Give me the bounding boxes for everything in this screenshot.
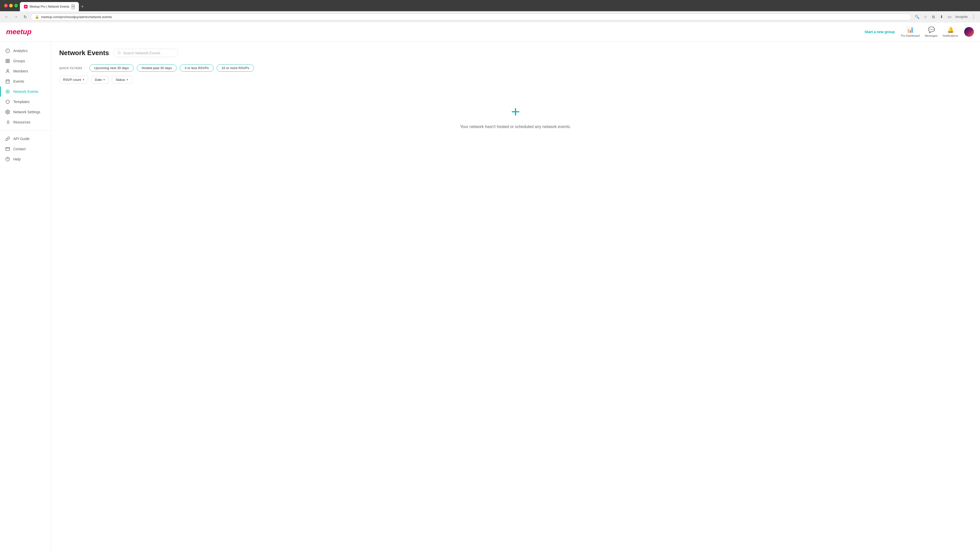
browser-tab[interactable]: M Meetup Pro | Network Events × bbox=[20, 2, 79, 11]
help-icon bbox=[5, 157, 10, 162]
sidebar-item-events[interactable]: Events bbox=[0, 76, 51, 86]
contact-icon bbox=[5, 146, 10, 151]
window-close-button[interactable] bbox=[4, 4, 8, 7]
analytics-icon bbox=[5, 48, 10, 53]
status-arrow: ▾ bbox=[127, 78, 128, 81]
download-button[interactable]: ⬇ bbox=[938, 13, 945, 21]
filter-chip-upcoming[interactable]: Upcoming next 30 days bbox=[89, 64, 134, 72]
svg-point-14 bbox=[6, 100, 10, 103]
header-nav: 📊 Pro Dashboard 💬 Messages 🔔 Notificatio… bbox=[901, 27, 958, 37]
events-icon bbox=[5, 79, 10, 84]
address-bar[interactable]: 🔒 meetup.com/pro/moodjoy/admin/network-e… bbox=[30, 14, 912, 21]
notifications-nav[interactable]: 🔔 Notifications bbox=[943, 27, 958, 37]
filters-section: QUICK FILTERS Upcoming next 30 days Host… bbox=[59, 64, 972, 84]
svg-rect-5 bbox=[6, 62, 7, 63]
rsvp-count-label: RSVP count bbox=[63, 78, 81, 82]
app-header: meetup Start a new group 📊 Pro Dashboard… bbox=[0, 22, 980, 41]
sidebar-item-analytics[interactable]: Analytics bbox=[0, 46, 51, 56]
search-box[interactable] bbox=[113, 49, 178, 57]
meetup-logo[interactable]: meetup bbox=[6, 28, 32, 36]
svg-point-15 bbox=[7, 111, 8, 113]
back-button[interactable]: ← bbox=[3, 13, 10, 21]
browser-toolbar: ← → ↻ 🔒 meetup.com/pro/moodjoy/admin/net… bbox=[0, 11, 980, 22]
sidebar-item-resources[interactable]: Resources bbox=[0, 117, 51, 127]
forward-button[interactable]: → bbox=[12, 13, 19, 21]
status-label: Status bbox=[116, 78, 125, 82]
quick-filters-row: QUICK FILTERS Upcoming next 30 days Host… bbox=[59, 64, 972, 72]
dropdown-filters: RSVP count ▾ Date ▾ Status ▾ bbox=[59, 76, 972, 84]
window-maximize-button[interactable] bbox=[14, 4, 18, 7]
sidebar-label-help: Help bbox=[13, 157, 21, 161]
svg-rect-8 bbox=[6, 80, 10, 83]
sidebar-label-members: Members bbox=[13, 69, 28, 73]
reload-button[interactable]: ↻ bbox=[21, 13, 29, 21]
pro-dashboard-icon: 📊 bbox=[907, 27, 914, 33]
svg-line-27 bbox=[120, 53, 121, 54]
svg-rect-4 bbox=[8, 59, 10, 60]
messages-label: Messages bbox=[925, 34, 938, 37]
empty-state: + Your network hasn't hosted or schedule… bbox=[59, 89, 972, 144]
tab-close-button[interactable]: × bbox=[72, 4, 75, 9]
svg-rect-3 bbox=[6, 59, 7, 60]
members-icon bbox=[5, 68, 10, 74]
sidebar-label-templates: Templates bbox=[13, 100, 30, 104]
date-label: Date bbox=[95, 78, 102, 82]
tab-title: Meetup Pro | Network Events bbox=[30, 5, 69, 8]
sidebar-item-contact[interactable]: Contact bbox=[0, 144, 51, 154]
add-event-icon[interactable]: + bbox=[511, 104, 520, 119]
sidebar-label-analytics: Analytics bbox=[13, 49, 27, 53]
messages-nav[interactable]: 💬 Messages bbox=[925, 27, 938, 37]
sidebar-label-contact: Contact bbox=[13, 147, 25, 151]
svg-point-7 bbox=[7, 69, 8, 71]
filter-chip-three-or-less[interactable]: 3 or less RSVPs bbox=[180, 64, 213, 72]
svg-rect-6 bbox=[8, 62, 10, 63]
sidebar-label-network-events: Network Events bbox=[13, 89, 38, 94]
browser-search-button[interactable]: 🔍 bbox=[913, 13, 921, 21]
templates-icon bbox=[5, 99, 10, 104]
date-arrow: ▾ bbox=[103, 78, 105, 81]
sidebar-label-groups: Groups bbox=[13, 59, 25, 63]
sidebar-item-groups[interactable]: Groups bbox=[0, 56, 51, 66]
sidebar-item-help[interactable]: Help bbox=[0, 154, 51, 164]
date-dropdown[interactable]: Date ▾ bbox=[91, 76, 109, 84]
sidebar-item-network-events[interactable]: Network Events bbox=[0, 86, 51, 97]
messages-icon: 💬 bbox=[928, 27, 935, 33]
empty-message: Your network hasn't hosted or scheduled … bbox=[460, 124, 571, 129]
search-icon bbox=[118, 51, 121, 55]
more-button[interactable]: ⋮ bbox=[970, 13, 977, 21]
svg-point-26 bbox=[118, 51, 120, 54]
start-new-group-button[interactable]: Start a new group bbox=[865, 30, 895, 34]
main-container: Analytics Groups Members Events bbox=[0, 41, 980, 551]
rsvp-count-dropdown[interactable]: RSVP count ▾ bbox=[59, 76, 88, 84]
tab-favicon: M bbox=[24, 5, 27, 8]
pro-dashboard-label: Pro Dashboard bbox=[901, 34, 920, 37]
user-avatar[interactable] bbox=[964, 27, 974, 37]
sidebar-item-api-guide[interactable]: API Guide bbox=[0, 134, 51, 144]
rsvp-count-arrow: ▾ bbox=[83, 78, 84, 81]
window-minimize-button[interactable] bbox=[9, 4, 13, 7]
sidebar-item-network-settings[interactable]: Network Settings bbox=[0, 107, 51, 117]
page-header: Network Events bbox=[59, 49, 972, 57]
content-area: Network Events QUICK FILTERS Upcoming ne… bbox=[51, 41, 980, 551]
groups-icon bbox=[5, 59, 10, 64]
svg-point-13 bbox=[6, 90, 10, 94]
filter-chip-hosted[interactable]: Hosted past 30 days bbox=[137, 64, 177, 72]
bell-icon: 🔔 bbox=[947, 27, 954, 33]
pro-dashboard-nav[interactable]: 📊 Pro Dashboard bbox=[901, 27, 920, 37]
sidebar-item-templates[interactable]: Templates bbox=[0, 97, 51, 107]
sidebar: Analytics Groups Members Events bbox=[0, 41, 51, 551]
quick-filters-label: QUICK FILTERS bbox=[59, 67, 82, 70]
sidebar-item-members[interactable]: Members bbox=[0, 66, 51, 76]
extensions-button[interactable]: ⧉ bbox=[930, 13, 937, 21]
avatar-image bbox=[964, 27, 974, 37]
sidebar-label-api-guide: API Guide bbox=[13, 137, 30, 141]
new-tab-button[interactable]: + bbox=[79, 3, 86, 11]
network-events-icon bbox=[5, 89, 10, 94]
bookmark-button[interactable]: ☆ bbox=[921, 13, 929, 21]
filter-chip-ten-or-more[interactable]: 10 or more RSVPs bbox=[217, 64, 254, 72]
status-dropdown[interactable]: Status ▾ bbox=[112, 76, 132, 84]
sidebar-label-events: Events bbox=[13, 79, 24, 83]
notifications-label: Notifications bbox=[943, 34, 958, 37]
search-input[interactable] bbox=[123, 51, 174, 55]
devices-button[interactable]: ▭ bbox=[946, 13, 953, 21]
